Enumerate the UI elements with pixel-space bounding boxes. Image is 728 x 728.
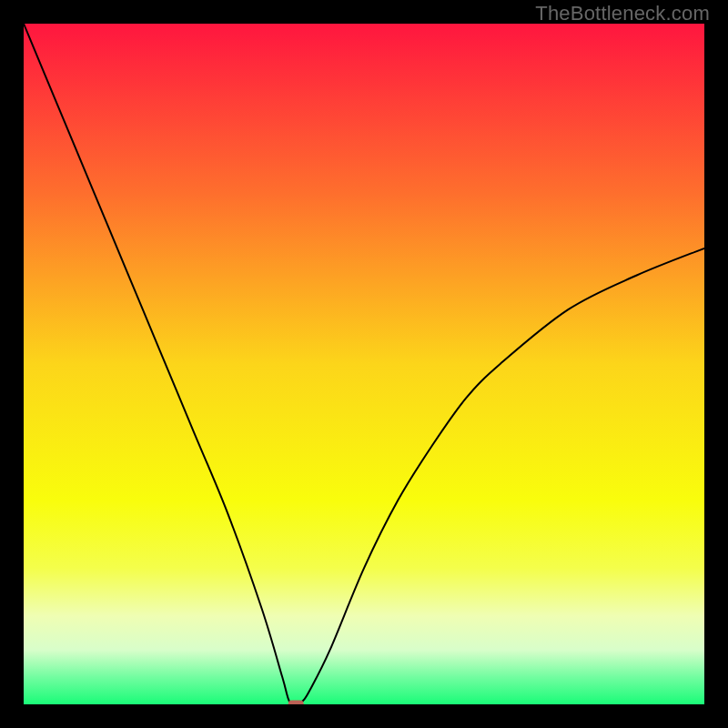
chart-svg — [24, 24, 704, 704]
current-point-marker — [288, 701, 304, 705]
chart-frame: TheBottleneck.com — [0, 0, 728, 728]
plot-area — [24, 24, 704, 704]
chart-background — [24, 24, 704, 704]
watermark-text: TheBottleneck.com — [535, 2, 710, 25]
